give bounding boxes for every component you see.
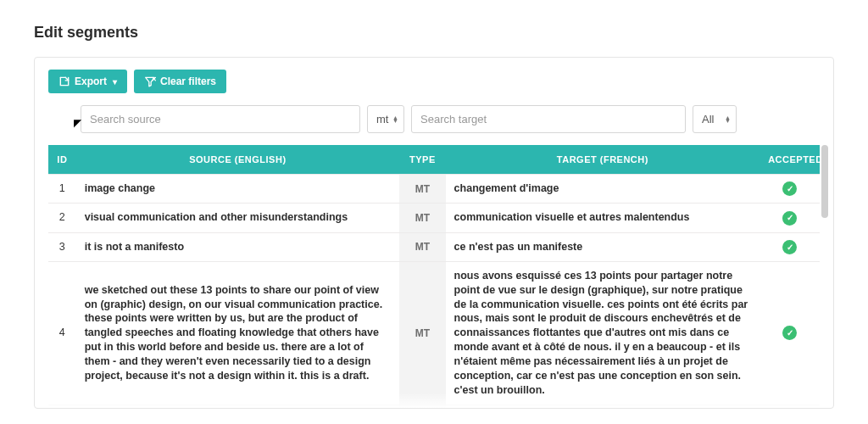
cell-id: 4 xyxy=(48,261,76,404)
export-button[interactable]: Export ▾ xyxy=(48,70,127,93)
col-id[interactable]: ID xyxy=(48,145,76,174)
clear-filters-button[interactable]: Clear filters xyxy=(134,70,226,93)
type-select[interactable]: mt ▲▼ xyxy=(367,105,404,133)
clear-filters-label: Clear filters xyxy=(160,75,216,87)
cell-id: 2 xyxy=(48,204,76,232)
table-row[interactable]: design requires positioning. you have to… xyxy=(48,404,820,408)
export-label: Export xyxy=(75,75,107,87)
cell-type xyxy=(399,404,445,408)
filter-clear-icon xyxy=(144,75,156,87)
chevron-down-icon: ▾ xyxy=(113,77,117,86)
toolbar: Export ▾ Clear filters xyxy=(48,70,820,93)
cell-accepted: ✓ xyxy=(760,175,820,204)
cell-id: 3 xyxy=(48,232,76,261)
col-source[interactable]: SOURCE (ENGLISH) xyxy=(76,145,399,174)
cell-target: la conception nécessite un positionnemen… xyxy=(446,404,760,408)
cell-source: we sketched out these 13 points to share… xyxy=(76,261,399,404)
type-select-value: mt xyxy=(376,113,388,126)
col-type[interactable]: TYPE xyxy=(399,145,445,174)
cell-accepted: ✓ xyxy=(760,261,820,404)
search-target-input[interactable] xyxy=(411,105,686,133)
segments-table: ID SOURCE (ENGLISH) TYPE TARGET (FRENCH)… xyxy=(48,145,820,174)
export-icon xyxy=(58,75,70,87)
cell-target: changement d'image xyxy=(446,175,760,204)
accepted-check-icon: ✓ xyxy=(782,326,797,340)
col-target[interactable]: TARGET (FRENCH) xyxy=(446,145,760,174)
search-source-input[interactable] xyxy=(81,105,360,133)
cell-accepted: ✓ xyxy=(760,204,820,232)
cell-id: 1 xyxy=(48,175,76,204)
accepted-check-icon: ✓ xyxy=(782,181,797,196)
cell-source: it is not a manifesto xyxy=(76,232,399,261)
cell-accepted xyxy=(760,404,820,408)
accepted-check-icon: ✓ xyxy=(782,211,797,226)
table-row[interactable]: 3it is not a manifestoMTce n'est pas un … xyxy=(48,232,820,261)
filter-bar: mt ▲▼ ◤ All ▲▼ xyxy=(48,105,820,133)
accepted-check-icon: ✓ xyxy=(782,240,797,254)
cell-source: design requires positioning. you have to… xyxy=(76,404,399,408)
accepted-select-value: All xyxy=(702,113,714,126)
cell-target: ce n'est pas un manifeste xyxy=(446,232,760,261)
segments-card: Export ▾ Clear filters mt xyxy=(34,57,834,409)
accepted-select[interactable]: All ▲▼ xyxy=(693,105,737,133)
table-row[interactable]: 1image changeMTchangement d'image✓ xyxy=(48,175,820,204)
sort-icon: ▲▼ xyxy=(392,116,398,123)
cell-source: visual communication and other misunders… xyxy=(76,204,399,232)
cell-accepted: ✓ xyxy=(760,232,820,261)
table-row[interactable]: 2visual communication and other misunder… xyxy=(48,204,820,232)
segments-table-body: 1image changeMTchangement d'image✓2visua… xyxy=(48,174,820,408)
sort-icon: ▲▼ xyxy=(725,116,731,123)
cell-target: nous avons esquissé ces 13 points pour p… xyxy=(446,261,760,404)
cell-type: MT xyxy=(399,261,445,404)
table-row[interactable]: 4we sketched out these 13 points to shar… xyxy=(48,261,820,404)
col-accepted[interactable]: ACCEPTED xyxy=(760,145,820,174)
segments-table-wrap: ID SOURCE (ENGLISH) TYPE TARGET (FRENCH)… xyxy=(48,145,820,408)
cell-source: image change xyxy=(76,175,399,204)
scrollbar[interactable] xyxy=(821,145,828,218)
cell-id xyxy=(48,404,76,408)
cell-target: communication visuelle et autres malente… xyxy=(446,204,760,232)
page-title: Edit segments xyxy=(34,24,834,42)
cell-type: MT xyxy=(399,175,445,204)
cell-type: MT xyxy=(399,232,445,261)
cell-type: MT xyxy=(399,204,445,232)
